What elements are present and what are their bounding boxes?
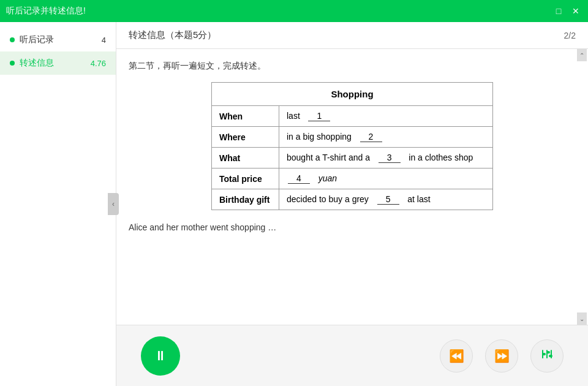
row-text: in a big shopping [287,132,356,142]
row-text: last [287,111,305,121]
title-label: 听后记录并转述信息! [6,6,86,17]
row-label-when: When [212,106,279,127]
row-text-suffix: at last [402,194,430,204]
blank-3[interactable]: 3 [379,153,401,163]
row-content-total-price: 4 yuan [279,168,493,189]
bottom-controls: ⏸ ⏪ ⏩ [116,325,588,386]
sidebar-item-listen-record[interactable]: 听后记录 4 [0,28,116,51]
collapse-button[interactable]: ‹ [108,193,119,215]
minimize-button[interactable]: □ [552,5,565,17]
sidebar: 听后记录 4 转述信息 4.76 [0,22,116,386]
sidebar-item-retell[interactable]: 转述信息 4.76 [0,51,116,75]
sidebar-item-badge: 4 [102,36,106,45]
dot-icon [10,37,15,42]
play-pause-button[interactable]: ⏸ [141,336,180,376]
title-bar-controls: □ ✕ [552,5,582,17]
scroll-down-button[interactable]: ⌄ [577,312,587,325]
row-content-birthday-gift: decided to buy a grey 5 at last [279,189,493,210]
row-label-what: What [212,148,279,168]
row-text: decided to buy a grey [287,194,374,204]
title-bar: 听后记录并转述信息! □ ✕ [0,0,588,22]
play-pause-icon: ⏸ [154,348,167,364]
row-label-where: Where [212,127,279,148]
right-controls: ⏪ ⏩ [440,339,564,373]
question-body[interactable]: ⌃ 第二节，再听一遍短文，完成转述。 Shopping When [116,49,588,325]
table-row: When last 1 [212,106,493,127]
main-layout: 听后记录 4 转述信息 4.76 ‹ 转述信息（本题5分） 2/2 ⌃ 第二节，… [0,22,588,386]
svg-rect-5 [549,355,552,357]
fast-forward-icon: ⏩ [494,349,510,363]
intro-text: 第二节，再听一遍短文，完成转述。 [129,59,576,72]
row-content-what: bought a T-shirt and a 3 in a clothes sh… [279,148,493,168]
row-content-where: in a big shopping 2 [279,127,493,148]
scroll-up-button[interactable]: ⌃ [577,49,587,61]
content-area: ‹ 转述信息（本题5分） 2/2 ⌃ 第二节，再听一遍短文，完成转述。 Shop… [116,22,588,386]
settings-icon [540,347,554,364]
row-text-yuan: yuan [314,173,337,183]
rewind-icon: ⏪ [449,349,464,363]
blank-1[interactable]: 1 [308,111,330,121]
row-label-total-price: Total price [212,168,279,189]
blank-5[interactable]: 5 [377,194,399,205]
fast-forward-button[interactable]: ⏩ [485,339,518,373]
table-row: Birthday gift decided to buy a grey 5 at… [212,189,493,210]
row-content-when: last 1 [279,106,493,127]
table-row: Total price 4 yuan [212,168,493,189]
table-row: Where in a big shopping 2 [212,127,493,148]
row-text-suffix: in a clothes shop [404,153,473,162]
blank-4[interactable]: 4 [288,173,310,184]
shopping-table: Shopping When last 1 [211,82,493,210]
question-header: 转述信息（本题5分） 2/2 [116,22,588,49]
table-row: What bought a T-shirt and a 3 in a cloth… [212,148,493,168]
svg-rect-3 [546,351,550,354]
page-number: 2/2 [564,31,576,40]
row-text: bought a T-shirt and a [287,153,375,162]
table-heading: Shopping [212,83,493,106]
blank-2[interactable]: 2 [360,132,382,142]
sidebar-item-badge: 4.76 [91,59,106,68]
sidebar-item-label: 转述信息 [20,58,91,69]
settings-button[interactable] [530,339,564,373]
question-panel: 转述信息（本题5分） 2/2 ⌃ 第二节，再听一遍短文，完成转述。 Shoppi… [116,22,588,325]
sidebar-item-label: 听后记录 [20,34,102,45]
question-title: 转述信息（本题5分） [129,29,216,41]
row-label-birthday-gift: Birthday gift [212,189,279,210]
dot-icon [10,61,15,66]
svg-rect-1 [542,353,546,355]
narrative-text: Alice and her mother went shopping … [129,222,576,232]
close-button[interactable]: ✕ [570,5,582,17]
rewind-button[interactable]: ⏪ [440,339,473,373]
